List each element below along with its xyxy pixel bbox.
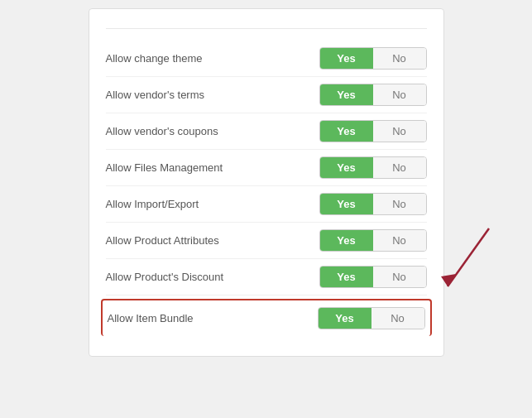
setting-row: Allow Product's DiscountYesNo: [106, 259, 427, 295]
no-button[interactable]: No: [371, 308, 424, 329]
setting-label: Allow change theme: [106, 52, 203, 65]
setting-label: Allow Import/Export: [106, 198, 199, 210]
setting-row: Allow Import/ExportYesNo: [106, 186, 427, 223]
no-button[interactable]: No: [373, 121, 426, 142]
setting-row: Allow change themeYesNo: [106, 41, 427, 77]
setting-label: Allow vendor's coupons: [106, 125, 218, 137]
toggle-group: YesNo: [319, 193, 427, 215]
yes-button[interactable]: Yes: [320, 194, 373, 214]
no-button[interactable]: No: [373, 84, 426, 105]
toggle-group: YesNo: [319, 84, 427, 106]
setting-label: Allow Item Bundle: [108, 312, 194, 324]
setting-row: Allow Files ManagementYesNo: [106, 150, 427, 186]
yes-button[interactable]: Yes: [319, 308, 371, 329]
yes-button[interactable]: Yes: [320, 48, 373, 69]
setting-label: Allow vendor's terms: [106, 89, 205, 101]
toggle-group: YesNo: [319, 47, 427, 70]
yes-button[interactable]: Yes: [320, 84, 373, 105]
yes-button[interactable]: Yes: [320, 157, 373, 178]
yes-button[interactable]: Yes: [320, 267, 373, 287]
no-button[interactable]: No: [373, 157, 426, 178]
toggle-group: YesNo: [319, 120, 427, 142]
toggle-group: YesNo: [319, 266, 427, 288]
no-button[interactable]: No: [373, 267, 426, 287]
setting-row: Allow vendor's couponsYesNo: [106, 113, 427, 150]
functionality-panel: Allow change themeYesNoAllow vendor's te…: [89, 8, 444, 357]
setting-row: Allow vendor's termsYesNo: [106, 77, 427, 113]
no-button[interactable]: No: [373, 230, 426, 251]
arrow-icon: [431, 220, 497, 295]
arrow-wrapper: YesNo: [319, 266, 427, 288]
toggle-group: YesNo: [319, 229, 427, 252]
no-button[interactable]: No: [373, 194, 426, 214]
setting-label: Allow Files Management: [106, 161, 223, 174]
yes-button[interactable]: Yes: [320, 121, 373, 142]
panel-title: [106, 22, 427, 29]
setting-row: Allow Product AttributesYesNo: [106, 223, 427, 259]
toggle-group: YesNo: [319, 156, 427, 179]
setting-row: Allow Item BundleYesNo: [101, 299, 432, 336]
setting-label: Allow Product's Discount: [106, 271, 224, 283]
svg-marker-1: [441, 274, 456, 286]
yes-button[interactable]: Yes: [320, 230, 373, 251]
setting-label: Allow Product Attributes: [106, 234, 219, 247]
no-button[interactable]: No: [373, 48, 426, 69]
svg-line-0: [448, 228, 489, 286]
toggle-group: YesNo: [318, 307, 425, 329]
